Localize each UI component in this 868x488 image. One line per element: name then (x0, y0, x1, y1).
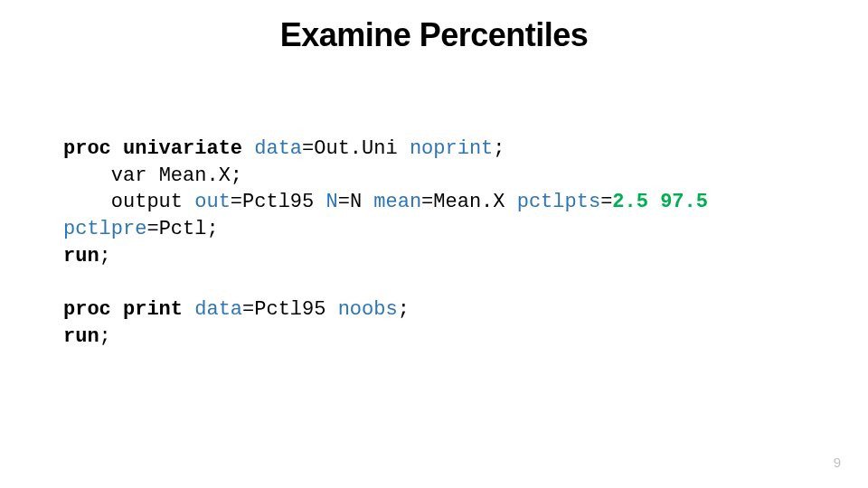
univariate-kw: univariate (123, 137, 242, 160)
eq4: = (421, 191, 433, 213)
noprint-option: noprint (410, 137, 493, 160)
code-block: proc univariate data=Out.Uni noprint; va… (63, 136, 832, 351)
pctlpre-option: pctlpre (63, 218, 146, 240)
data-option-2: data (194, 298, 242, 321)
semi2: ; (99, 245, 111, 267)
pctlpts-val2: 97.5 (660, 191, 708, 213)
data-option: data (254, 137, 302, 160)
print-dataset: Pctl95 (254, 298, 326, 321)
run-kw-2: run (63, 325, 99, 348)
eq: = (302, 137, 314, 160)
semi3: ; (398, 298, 410, 321)
noobs-option: noobs (338, 298, 398, 321)
semi4: ; (99, 325, 111, 348)
slide-title: Examine Percentiles (0, 16, 868, 54)
pctlpre-val: Pctl; (159, 218, 219, 240)
n-val: N (350, 191, 362, 213)
n-option: N (326, 191, 337, 213)
pctlpts-option: pctlpts (517, 191, 600, 213)
out-option: out (194, 191, 231, 213)
eq2: = (231, 191, 242, 213)
proc-kw: proc (63, 137, 111, 160)
eq7: = (242, 298, 254, 321)
page-number: 9 (834, 455, 841, 470)
out-dataset: Pctl95 (242, 191, 314, 213)
var-stmt: var (111, 164, 147, 187)
proc-kw-2: proc (63, 298, 111, 321)
eq6: = (146, 218, 158, 240)
semi: ; (493, 137, 505, 160)
pctlpts-val1: 2.5 (612, 191, 648, 213)
var-name: Mean.X; (159, 164, 242, 187)
mean-option: mean (373, 191, 421, 213)
print-kw: print (123, 298, 183, 321)
eq5: = (600, 191, 612, 213)
output-stmt: output (111, 191, 183, 213)
dataset-outuni: Out.Uni (314, 137, 397, 160)
eq3: = (338, 191, 350, 213)
mean-val: Mean.X (433, 191, 505, 213)
slide: Examine Percentiles proc univariate data… (0, 0, 868, 488)
run-kw: run (63, 245, 99, 267)
